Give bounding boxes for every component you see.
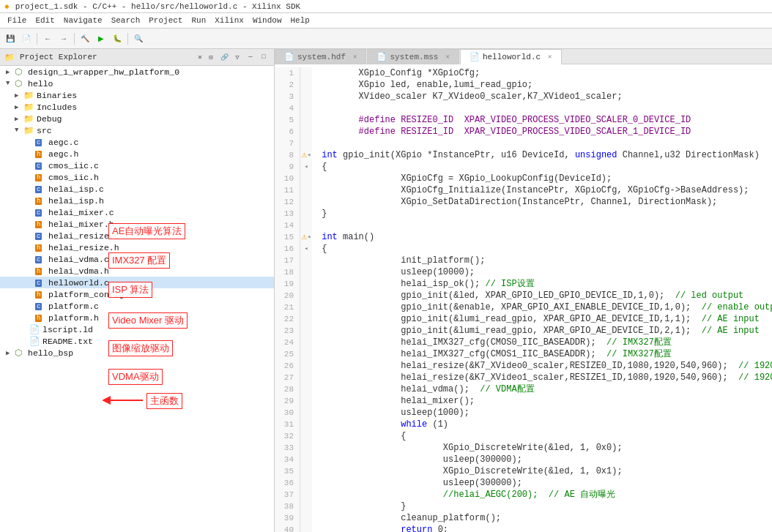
code-line: 37 //helai_AEGC(200); // AE 自动曝光: [275, 489, 772, 501]
tree-arrow: ▶: [6, 68, 15, 76]
tree-item-aegc_c[interactable]: caegc.c: [0, 136, 274, 148]
tree-item-aegc_h[interactable]: haegc.h: [0, 148, 274, 160]
toolbar-new[interactable]: 📄: [19, 31, 34, 46]
toolbar-back[interactable]: ←: [40, 31, 55, 46]
tree-item-platform_c[interactable]: cplatform.c: [0, 300, 274, 312]
minimize-btn[interactable]: —: [245, 51, 256, 63]
tree-item-helai_vdma_h[interactable]: hhelai_vdma.h: [0, 265, 274, 277]
toolbar-forward[interactable]: →: [56, 31, 71, 46]
toolbar-build[interactable]: 🔨: [78, 31, 92, 46]
menu-item-help[interactable]: Help: [286, 15, 313, 26]
panel-header: 📁 Project Explorer ✕ ⊟ 🔗 ▽ — □: [0, 49, 274, 66]
line-code: XVideo_scaler K7_XVideo0_scaler,K7_XVide…: [312, 91, 623, 102]
tree-item-helai_isp_h[interactable]: hhelai_isp.h: [0, 195, 274, 206]
tab-close[interactable]: ✕: [548, 53, 552, 61]
tab-close[interactable]: ✕: [353, 53, 357, 61]
tree-icon: c: [35, 231, 47, 241]
menu-bar: FileEditNavigateSearchProjectRunXilinxWi…: [0, 13, 772, 29]
tree-item-lscript[interactable]: 📄lscript.ld: [0, 323, 274, 335]
tree-label: platform.h: [48, 313, 99, 323]
tree-item-helai_resize_h[interactable]: hhelai_resize.h: [0, 241, 274, 253]
editor-panel: 📄system.hdf✕📄system.mss✕📄helloworld.c✕ 1…: [275, 49, 772, 532]
menu-item-run[interactable]: Run: [187, 15, 210, 26]
code-line: 40 return 0;: [275, 524, 772, 532]
tree-label: src: [37, 126, 52, 135]
line-number: 10: [275, 173, 300, 184]
menu-item-project[interactable]: Project: [144, 15, 187, 26]
code-line: 4: [275, 102, 772, 114]
tree-item-debug[interactable]: ▶📁Debug: [0, 113, 274, 124]
collapse-all-btn[interactable]: ⊟: [205, 51, 217, 63]
tree-item-helai_mixer_h[interactable]: hhelai_mixer.h: [0, 218, 274, 230]
tree-item-helai_mixer_c[interactable]: chelai_mixer.c: [0, 206, 274, 218]
line-gutter: [300, 313, 312, 325]
tree-item-cmos_iic_c[interactable]: ccmos_iic.c: [0, 160, 274, 171]
menu-item-window[interactable]: Window: [248, 15, 286, 26]
toolbar-save[interactable]: 💾: [3, 31, 18, 46]
tree-icon: h: [35, 195, 47, 206]
tab-helloworld_c[interactable]: 📄helloworld.c✕: [460, 49, 562, 64]
tree-item-includes[interactable]: ▶📁Includes: [0, 101, 274, 113]
line-code: int gpio_init(XGpio *InstancePtr, u16 De…: [312, 149, 760, 161]
tree-item-hello_bsp[interactable]: ▶⬡hello_bsp: [0, 347, 274, 359]
filter-btn[interactable]: ▽: [231, 51, 243, 63]
line-code: helai_mixer();: [312, 395, 475, 407]
tree-icon: c: [35, 301, 47, 311]
tree-item-readme[interactable]: 📄README.txt: [0, 335, 274, 347]
main-layout: 📁 Project Explorer ✕ ⊟ 🔗 ▽ — □ ▶⬡design_…: [0, 49, 772, 532]
tree-item-helai_vdma_c[interactable]: chelai_vdma.c: [0, 253, 274, 265]
menu-item-edit[interactable]: Edit: [31, 15, 59, 26]
line-gutter: [300, 208, 312, 220]
tree-item-platform_h[interactable]: hplatform.h: [0, 312, 274, 323]
tree-label: platform_config.h: [48, 290, 134, 299]
tree-label: helai_vdma.c: [48, 255, 109, 264]
line-number: 23: [275, 325, 300, 337]
menu-item-search[interactable]: Search: [107, 15, 145, 26]
tree-label: README.txt: [42, 337, 93, 346]
tab-system_mss[interactable]: 📄system.mss✕: [367, 49, 459, 64]
panel-title: Project Explorer: [20, 53, 192, 61]
tree-label: helai_mixer.c: [48, 208, 114, 217]
line-gutter: ⚠◂: [300, 149, 312, 161]
tree-item-helai_resize_c[interactable]: chelai_resize.c: [0, 230, 274, 241]
menu-item-xilinx[interactable]: Xilinx: [210, 15, 248, 26]
tree-item-binaries[interactable]: ▶📁Binaries: [0, 89, 274, 101]
tree-item-design_wrapper[interactable]: ▶⬡design_1_wrapper_hw_platform_0: [0, 66, 274, 78]
panel-x-icon[interactable]: ✕: [198, 53, 202, 61]
line-number: 2: [275, 79, 300, 91]
tree-label: helai_mixer.h: [48, 220, 114, 229]
toolbar-search[interactable]: 🔍: [131, 31, 146, 46]
tree-item-helai_isp_c[interactable]: chelai_isp.c: [0, 183, 274, 195]
tab-system_hdf[interactable]: 📄system.hdf✕: [275, 49, 366, 64]
maximize-btn[interactable]: □: [258, 51, 270, 63]
tree-item-cmos_iic_h[interactable]: hcmos_iic.h: [0, 171, 274, 183]
toolbar-run[interactable]: ▶: [94, 31, 108, 46]
tree-icon: c: [35, 254, 47, 264]
tree-label: helai_isp.h: [48, 196, 104, 206]
menu-item-file[interactable]: File: [3, 15, 31, 26]
tree-item-hello[interactable]: ▼⬡hello: [0, 78, 274, 89]
code-line: 33 XGpio_DiscreteWrite(&led, 1, 0x0);: [275, 442, 772, 454]
line-code: usleep(300000);: [312, 454, 522, 465]
line-code: usleep(1000);: [312, 407, 469, 419]
tree-icon: h: [35, 242, 47, 252]
line-number: 15: [275, 231, 300, 243]
tree-icon: h: [35, 312, 47, 323]
code-line: 3 XVideo_scaler K7_XVideo0_scaler,K7_XVi…: [275, 91, 772, 102]
code-area[interactable]: 1 XGpio_Config *XGpioCfg;2 XGpio led, en…: [275, 64, 772, 532]
line-number: 35: [275, 465, 300, 477]
tree-arrow: ▼: [15, 127, 23, 134]
tree-label: lscript.ld: [42, 325, 93, 334]
line-number: 33: [275, 442, 300, 454]
link-editor-btn[interactable]: 🔗: [218, 51, 230, 63]
tab-close[interactable]: ✕: [445, 53, 449, 61]
tree-item-platform_config_h[interactable]: hplatform_config.h: [0, 288, 274, 300]
tree-item-src[interactable]: ▼📁src: [0, 124, 274, 136]
tree-icon: 📄: [29, 336, 41, 346]
line-gutter: [300, 102, 312, 114]
menu-item-navigate[interactable]: Navigate: [59, 15, 107, 26]
line-gutter: [300, 419, 312, 430]
toolbar-debug[interactable]: 🐛: [110, 31, 125, 46]
line-number: 20: [275, 290, 300, 301]
tree-item-helloworld_c[interactable]: chelloworld.c: [0, 277, 274, 288]
